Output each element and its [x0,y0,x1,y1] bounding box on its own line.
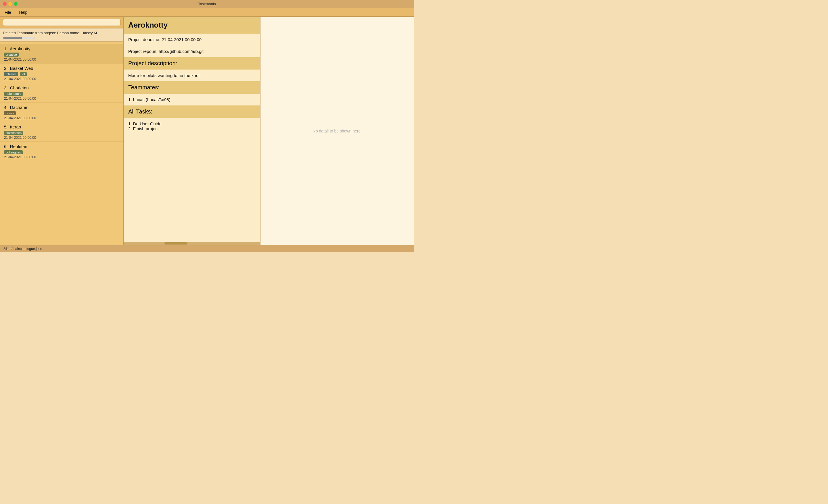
notification-area: Deleted Teammate from project: Person na… [0,29,123,42]
tasks-list: 1. Do User Guide 2. Finish project [124,118,260,134]
status-path: ./data/maincatalogue.json [3,247,42,251]
status-bar: ./data/maincatalogue.json [0,245,414,252]
task-item-0: 1. Do User Guide [128,121,256,126]
title-bar: Taskmania [0,0,414,8]
task-item-1: 2. Finish project [128,126,256,131]
notification-text: Deleted Teammate from project: Person na… [3,31,97,35]
project-tags-dacharie: family [4,110,119,116]
project-item-basketweb[interactable]: 2. Basket Web internet iot 21-04-2021 00… [0,63,123,83]
teammates-list: 1. Lucas (LucasTai98) [124,94,260,105]
middle-panel: Aeroknotty Project deadline: 21-04-2021 … [124,17,260,245]
horizontal-scrollbar[interactable] [124,242,260,245]
tasks-header: All Tasks: [124,105,260,118]
project-name-iterab: 5. Iterab [4,125,119,129]
project-list: 1. Aeroknotty creative 21-04-2021 00:00:… [0,42,123,245]
search-input[interactable] [3,19,120,26]
project-item-aeroknotty[interactable]: 1. Aeroknotty creative 21-04-2021 00:00:… [0,44,123,63]
project-name-charletan: 3. Charletan [4,85,119,90]
deadline-text: Project deadline: 21-04-2021 00:00:00 [124,34,260,45]
left-panel: Deleted Teammate from project: Person na… [0,17,124,245]
project-date-iterab: 21-04-2021 00:00:00 [4,136,119,140]
project-item-charletan[interactable]: 3. Charletan neighbours 21-04-2021 00:00… [0,83,123,103]
maximize-button[interactable] [14,2,17,6]
project-tags-reuletan: colleagues [4,150,119,155]
scrollbar-thumb[interactable] [164,242,188,244]
project-tags-charletan: neighbours [4,91,119,97]
window-controls [3,2,17,6]
no-detail-text: No detail to be shown here. [313,129,362,133]
project-date-aeroknotty: 21-04-2021 00:00:00 [4,57,119,61]
tag-family: family [4,111,16,115]
tag-neighbours: neighbours [4,92,23,96]
project-name-basketweb: 2. Basket Web [4,66,119,71]
description-header: Project description: [124,57,260,70]
progress-bar-container [3,37,120,39]
menu-file[interactable]: File [3,9,12,15]
project-date-dacharie: 21-04-2021 00:00:00 [4,116,119,120]
window-title: Taskmania [198,2,216,6]
teammate-item-0: 1. Lucas (LucasTai98) [128,97,256,102]
project-name-dacharie: 4. Dacharie [4,105,119,110]
minimize-button[interactable] [8,2,12,6]
description-text: Made for pilots wanting to tie the knot [124,70,260,81]
menu-help[interactable]: Help [18,9,29,15]
main-layout: Deleted Teammate from project: Person na… [0,17,414,245]
project-tags-iterab: classmates [4,130,119,136]
project-item-iterab[interactable]: 5. Iterab classmates 21-04-2021 00:00:00 [0,122,123,142]
project-date-basketweb: 21-04-2021 00:00:00 [4,77,119,81]
right-panel: No detail to be shown here. [260,17,414,245]
close-button[interactable] [3,2,7,6]
project-item-dacharie[interactable]: 4. Dacharie family 21-04-2021 00:00:00 [0,103,123,122]
project-tags-basketweb: internet iot [4,72,119,77]
tag-colleagues: colleagues [4,150,23,154]
tag-iot: iot [20,72,27,76]
progress-fill [3,37,22,39]
tag-classmates: classmates [4,131,23,135]
project-tags-aeroknotty: creative [4,52,119,57]
project-date-charletan: 21-04-2021 00:00:00 [4,97,119,101]
project-name-aeroknotty: 1. Aeroknotty [4,46,119,51]
tag-creative: creative [4,53,19,57]
teammates-header: Teammates: [124,81,260,94]
project-title: Aeroknotty [124,17,260,34]
project-date-reuletan: 21-04-2021 00:00:00 [4,155,119,159]
project-item-reuletan[interactable]: 6. Reuletan colleagues 21-04-2021 00:00:… [0,142,123,161]
progress-bar [3,37,35,39]
menu-bar: File Help [0,8,414,17]
search-area [0,17,123,29]
tag-internet: internet [4,72,18,76]
project-name-reuletan: 6. Reuletan [4,144,119,149]
repourl-text: Project repourl: http://github.com/a/b.g… [124,45,260,57]
